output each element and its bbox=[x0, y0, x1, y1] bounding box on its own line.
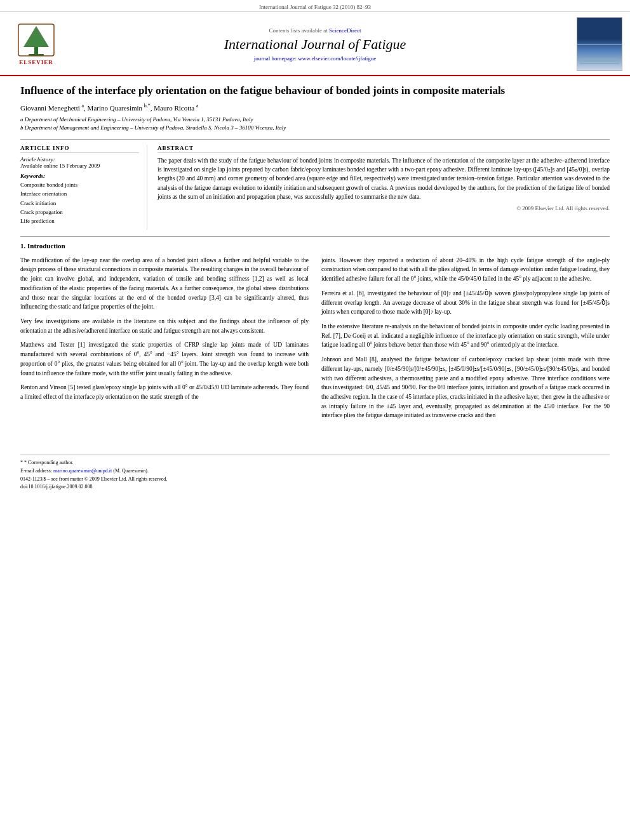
cover-lines bbox=[580, 58, 619, 65]
article-history-group: Article history: Available online 15 Feb… bbox=[20, 156, 139, 169]
available-online: Available online 15 February 2009 bbox=[20, 163, 139, 169]
abstract-section-label: ABSTRACT bbox=[158, 145, 610, 153]
svg-rect-0 bbox=[34, 47, 38, 55]
doi-line: doi:10.1016/j.ijfatigue.2009.02.008 bbox=[20, 484, 610, 490]
cover-line-3 bbox=[580, 63, 619, 64]
corresponding-label: * Corresponding author. bbox=[24, 460, 74, 465]
keywords-list: Composite bonded joints Interface orient… bbox=[20, 180, 139, 226]
abstract-column: ABSTRACT The paper deals with the study … bbox=[158, 145, 610, 230]
sciencedirect-line: Contents lists available at ScienceDirec… bbox=[65, 27, 565, 34]
elsevier-tree-icon bbox=[17, 23, 55, 58]
article-history-label: Article history: bbox=[20, 156, 139, 163]
section-1-para-8: Johnson and Mall [8], analysed the fatig… bbox=[321, 355, 610, 420]
elsevier-logo-area: ELSEVIER bbox=[8, 23, 65, 65]
cover-line-2 bbox=[580, 60, 619, 62]
main-content: Influence of the interface ply orientati… bbox=[0, 76, 630, 446]
keyword-1: Composite bonded joints bbox=[20, 180, 139, 189]
paper-title: Influence of the interface ply orientati… bbox=[20, 84, 610, 98]
divider-before-body bbox=[20, 236, 610, 237]
email-link[interactable]: marino.quaresimin@unipd.it bbox=[53, 468, 112, 474]
keyword-3: Crack initiation bbox=[20, 199, 139, 208]
email-note: E-mail address: marino.quaresimin@unipd.… bbox=[20, 467, 610, 476]
keyword-2: Interface orientation bbox=[20, 189, 139, 198]
journal-title-area: Contents lists available at ScienceDirec… bbox=[65, 27, 565, 62]
keyword-4: Crack propagation bbox=[20, 208, 139, 217]
section-1-para-7: In the extensive literature re-analysis … bbox=[321, 322, 610, 350]
article-info-section-label: ARTICLE INFO bbox=[20, 145, 139, 153]
section-1-para-3: Matthews and Tester [1] investigated the… bbox=[20, 340, 309, 378]
cover-thumbnail-area bbox=[565, 17, 622, 71]
corresponding-author-note: * * Corresponding author. bbox=[20, 459, 610, 467]
affiliations: a Department of Mechanical Engineering –… bbox=[20, 116, 610, 133]
issn-line: 0142-1123/$ – see front matter © 2009 El… bbox=[20, 476, 610, 484]
elsevier-brand-text: ELSEVIER bbox=[19, 59, 53, 65]
affiliation-a: a Department of Mechanical Engineering –… bbox=[20, 116, 610, 124]
section-1-heading: 1. Introduction bbox=[20, 242, 610, 250]
section-1-para-2: Very few investigations are available in… bbox=[20, 317, 309, 335]
sciencedirect-link[interactable]: ScienceDirect bbox=[329, 27, 361, 34]
journal-header: ELSEVIER Contents lists available at Sci… bbox=[0, 12, 630, 76]
keywords-group: Keywords: Composite bonded joints Interf… bbox=[20, 173, 139, 226]
journal-title: International Journal of Fatigue bbox=[65, 36, 565, 53]
copyright-line: © 2009 Elsevier Ltd. All rights reserved… bbox=[158, 205, 610, 211]
email-label: E-mail address: bbox=[20, 468, 52, 474]
section-1-left-col: The modification of the lay-up near the … bbox=[20, 256, 309, 426]
section-1-para-5: joints. However they reported a reductio… bbox=[321, 256, 610, 284]
authors-line: Giovanni Meneghetti a, Marino Quaresimin… bbox=[20, 103, 610, 112]
article-info-abstract-section: ARTICLE INFO Article history: Available … bbox=[20, 145, 610, 230]
article-info-column: ARTICLE INFO Article history: Available … bbox=[20, 145, 147, 230]
section-1-para-1: The modification of the lay-up near the … bbox=[20, 256, 309, 312]
section-1-body: The modification of the lay-up near the … bbox=[20, 256, 610, 426]
section-1-para-6: Ferreira et al. [6], investigated the be… bbox=[321, 289, 610, 317]
divider-after-affiliations bbox=[20, 139, 610, 140]
journal-homepage: journal homepage: www.elsevier.com/locat… bbox=[65, 55, 565, 62]
journal-top-bar: International Journal of Fatigue 32 (201… bbox=[0, 0, 630, 12]
section-1-para-4: Renton and Vinson [5] tested glass/epoxy… bbox=[20, 383, 309, 401]
affiliation-b: b Department of Management and Engineeri… bbox=[20, 124, 610, 133]
cover-line-1 bbox=[580, 58, 619, 59]
section-1: 1. Introduction The modification of the … bbox=[20, 242, 610, 426]
cover-thumbnail bbox=[577, 17, 622, 71]
homepage-link[interactable]: journal homepage: www.elsevier.com/locat… bbox=[254, 55, 376, 62]
abstract-text: The paper deals with the study of the fa… bbox=[158, 156, 610, 201]
page-footer: * * Corresponding author. E-mail address… bbox=[20, 455, 610, 489]
keywords-label: Keywords: bbox=[20, 173, 139, 179]
section-1-right-col: joints. However they reported a reductio… bbox=[321, 256, 610, 426]
keyword-5: Life prediction bbox=[20, 217, 139, 225]
